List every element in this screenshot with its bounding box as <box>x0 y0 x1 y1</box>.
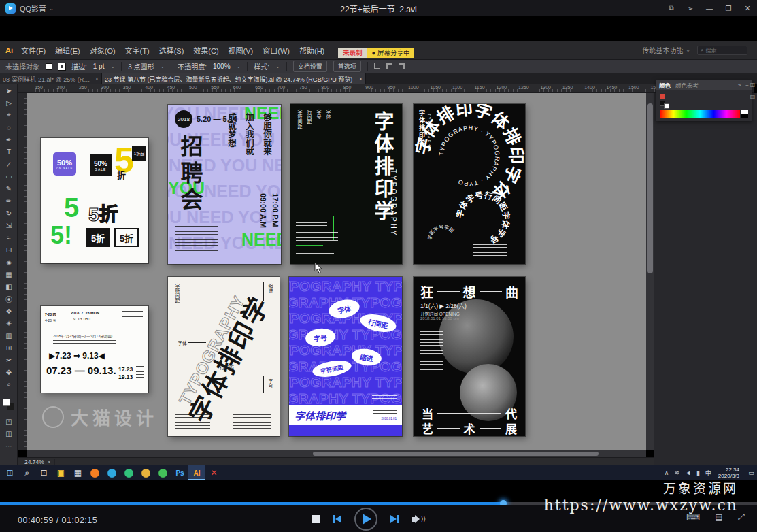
align-center-icon[interactable] <box>386 63 392 69</box>
chrome-browser-icon[interactable] <box>137 465 154 480</box>
stock-search-input[interactable]: ⌕ 搜索 <box>697 46 747 55</box>
type-tool-icon[interactable]: T <box>0 146 18 158</box>
line-segment-tool-icon[interactable]: ∕ <box>0 158 18 170</box>
task-view-button[interactable]: ⊡ <box>35 465 52 480</box>
scrollbar-thumb[interactable] <box>647 103 653 273</box>
eyedropper-tool-icon[interactable]: ⦿ <box>0 293 18 305</box>
chevron-down-icon[interactable]: ⌄ <box>110 63 115 69</box>
close-red-app-icon[interactable]: ✕ <box>205 465 222 480</box>
tray-expand-icon[interactable]: ∧ <box>665 469 669 476</box>
firefox-browser-icon[interactable] <box>86 465 103 480</box>
width-tool-icon[interactable]: ≈ <box>0 231 18 244</box>
stop-button[interactable] <box>312 515 320 523</box>
vertical-scrollbar[interactable] <box>646 93 654 450</box>
share-icon[interactable]: ➢ <box>681 0 700 16</box>
music-app-icon[interactable] <box>120 465 137 480</box>
hand-tool-icon[interactable]: ✥ <box>0 366 18 378</box>
taskbar-clock[interactable]: 22:34 2020/3/3 <box>718 467 739 479</box>
poster-typography-diagonal[interactable]: TYPOGRAPHY 字体排印学 字符间距 缩进 字体 行间距 字号 <box>168 277 280 436</box>
calculator-app-icon[interactable]: ▦ <box>69 465 86 480</box>
menu-object[interactable]: 对象(O) <box>90 45 116 56</box>
tab-close-icon[interactable]: × <box>95 76 99 82</box>
menu-view[interactable]: 视图(V) <box>229 45 254 56</box>
zoom-level-dropdown[interactable]: 24.74% <box>24 459 44 465</box>
poster-concert[interactable]: 狂 想 曲 1/1(六) ▶ 2/28(六) 开馆时间 OPENING 2018… <box>414 277 525 436</box>
tray-volume-icon[interactable]: ◄ <box>685 469 691 476</box>
draw-mode-icon[interactable]: ◳ <box>0 415 18 427</box>
shape-builder-tool-icon[interactable]: ◈ <box>0 256 18 268</box>
vertical-ruler[interactable] <box>18 93 27 450</box>
play-button[interactable] <box>354 508 377 531</box>
poster-dates[interactable]: 7-23 四 4-20 五 2018. 7. 23 MON. 9. 13 THU… <box>41 306 148 393</box>
file-explorer-icon[interactable]: ▣ <box>52 465 69 480</box>
chevron-down-icon[interactable]: ⌄ <box>686 47 690 53</box>
horizontal-scrollbar[interactable] <box>27 450 646 457</box>
scale-tool-icon[interactable]: ⇲ <box>0 219 18 231</box>
fill-stroke-wells[interactable] <box>3 399 15 411</box>
spectrum-black-swatch[interactable] <box>741 114 748 118</box>
start-button[interactable]: ⊞ <box>1 465 18 480</box>
symbol-sprayer-tool-icon[interactable]: ✳ <box>0 317 18 329</box>
swatch-red[interactable] <box>660 94 665 99</box>
notification-center-icon[interactable]: ▭ <box>745 465 757 480</box>
poster-sale[interactable]: 50% ON SALE 50% SALE 5 折 1折起 5 5折 5! 5折 … <box>41 138 148 263</box>
poster-typography-black[interactable]: 字符间距 行间距 字号 字体 字体排印学 TYPOGRAPHY <box>290 104 402 264</box>
column-graph-tool-icon[interactable]: ▥ <box>0 329 18 342</box>
poster-typography-blue[interactable]: TYPOGRAPHY TYPOGRAPHY TYPOGRAPHY TYPOGRA… <box>289 277 402 436</box>
align-right-icon[interactable] <box>399 63 405 69</box>
menu-file[interactable]: 文件(F) <box>21 45 46 56</box>
menu-help[interactable]: 帮助(H) <box>299 45 324 56</box>
swatch-white[interactable] <box>664 103 669 109</box>
tab-color[interactable]: 颜色 <box>659 81 671 89</box>
menu-edit[interactable]: 编辑(E) <box>55 45 80 56</box>
search-button[interactable]: ⌕ <box>18 465 35 480</box>
panel-icon-layers[interactable]: ▤ <box>750 93 756 99</box>
tray-network-icon[interactable]: ≋ <box>674 469 679 476</box>
dropdown-arrow-icon[interactable]: ▼ <box>48 460 51 464</box>
spectrum-white-swatch[interactable] <box>741 110 748 114</box>
minimize-button[interactable]: — <box>700 0 719 16</box>
preferences-button[interactable]: 首选项 <box>333 61 361 72</box>
pencil-tool-icon[interactable]: ✏ <box>0 195 18 207</box>
menu-effect[interactable]: 效果(C) <box>193 45 218 56</box>
horizontal-ruler[interactable]: 1502002503003504004505005506006507007508… <box>18 84 754 93</box>
fill-swatch[interactable] <box>46 63 52 70</box>
document-tab-active[interactable]: 23 节课 第八节 (已完稿合层、海量新品五折起、纯文字海报).ai @ 24.… <box>102 73 366 84</box>
direct-selection-tool-icon[interactable]: ▷ <box>0 97 18 109</box>
blend-tool-icon[interactable]: ❖ <box>0 305 18 317</box>
zoom-tool-icon[interactable]: ⌕ <box>0 378 18 390</box>
tray-ime-icon[interactable]: 中 <box>705 469 711 478</box>
ai-canvas[interactable]: 50% ON SALE 50% SALE 5 折 1折起 5 5折 5! 5折 … <box>27 93 646 450</box>
tab-color-guide[interactable]: 颜色参考 <box>675 81 699 89</box>
menu-type[interactable]: 文字(T) <box>125 45 150 56</box>
stroke-value-dropdown[interactable]: 1 pt <box>93 63 105 70</box>
more-tools-icon[interactable]: ⋯ <box>0 439 18 452</box>
next-button[interactable] <box>390 515 399 523</box>
gradient-tool-icon[interactable]: ◧ <box>0 280 18 293</box>
slice-tool-icon[interactable]: ✂ <box>0 354 18 366</box>
opacity-value-dropdown[interactable]: 100% <box>213 63 231 70</box>
pip-icon[interactable]: ⧉ <box>662 0 681 16</box>
workspace-switcher[interactable]: 传统基本功能 <box>642 45 683 55</box>
wechat-app-icon[interactable] <box>154 465 171 480</box>
volume-button[interactable]: ⟩⟩ <box>412 515 426 523</box>
brush-dropdown[interactable]: 3 点圆形 <box>128 61 154 71</box>
chevron-down-icon[interactable]: ⌄ <box>275 63 280 69</box>
qq-app-icon[interactable] <box>103 465 120 480</box>
mesh-tool-icon[interactable]: ▦ <box>0 268 18 280</box>
poster-typography-spheres[interactable]: 字体排印学 TYPOGRAPHY 字体排印字体排印字体 TYPOGRAPHY ·… <box>414 104 525 264</box>
poster-recruitment[interactable]: YOU NEED YOU NEED YOU NEED YOU NEED YOU … <box>168 105 281 264</box>
previous-button[interactable] <box>333 515 341 523</box>
lasso-tool-icon[interactable]: ◌ <box>0 121 18 133</box>
menu-select[interactable]: 选择(S) <box>159 45 184 56</box>
selection-tool-icon[interactable]: ➤ <box>0 84 18 97</box>
align-left-icon[interactable] <box>374 63 380 69</box>
stroke-swatch[interactable] <box>58 63 65 70</box>
menu-window[interactable]: 窗口(W) <box>263 45 290 56</box>
magic-wand-tool-icon[interactable]: ⌖ <box>0 109 18 121</box>
panel-icon-swatches[interactable]: ◫ <box>750 82 756 88</box>
close-button[interactable]: ✕ <box>738 0 757 16</box>
qq-player-logo-icon[interactable] <box>5 3 16 14</box>
paintbrush-tool-icon[interactable]: ✎ <box>0 182 18 195</box>
illustrator-app-icon[interactable]: Ai <box>188 465 205 480</box>
